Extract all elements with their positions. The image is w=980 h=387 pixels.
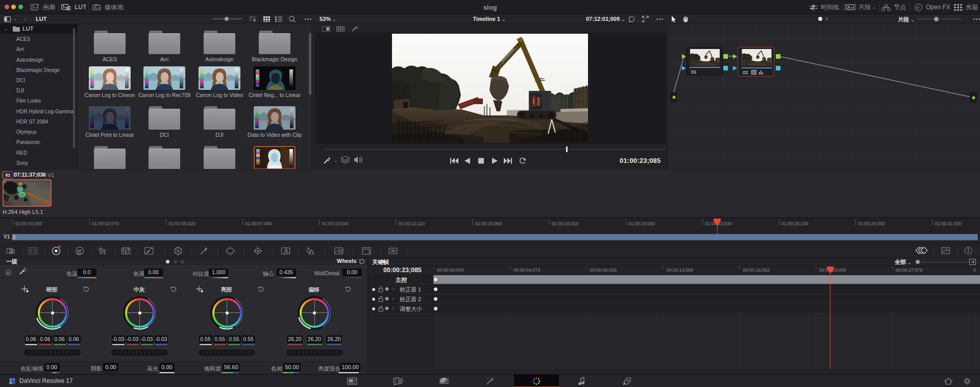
svg-text:fx: fx (916, 5, 919, 10)
svg-text:HDR: HDR (77, 252, 82, 255)
svg-text:3D: 3D (391, 249, 396, 253)
